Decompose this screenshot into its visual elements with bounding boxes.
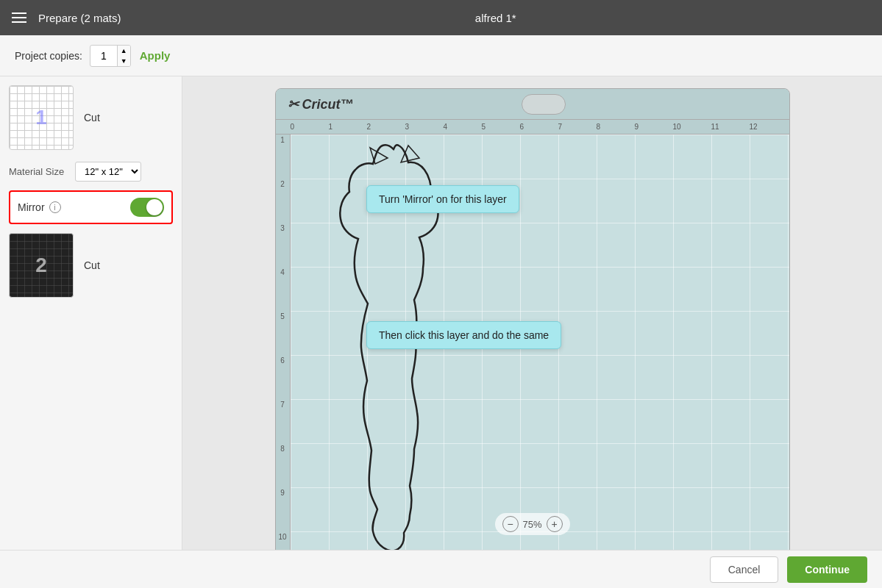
mat-card-1[interactable]: 1 Cut bbox=[9, 85, 173, 150]
ruler-left-8: 8 bbox=[280, 443, 285, 487]
mat-grip bbox=[522, 94, 566, 115]
tooltip-text-1: Turn 'Mirror' on for this layer bbox=[379, 193, 507, 205]
zoom-in-button[interactable]: + bbox=[547, 516, 563, 532]
ruler-num-5: 5 bbox=[482, 123, 520, 131]
material-size-label: Material Size bbox=[9, 166, 68, 177]
mat-header: ✂ Cricut™ bbox=[276, 89, 789, 120]
material-size-select[interactable]: 12" x 12" bbox=[75, 162, 141, 182]
ruler-num-1: 1 bbox=[329, 123, 367, 131]
cutting-mat: ✂ Cricut™ 0 1 2 3 4 5 6 7 8 9 10 bbox=[275, 88, 790, 550]
ruler-num-12: 12 bbox=[750, 123, 788, 131]
mirror-label: Mirror i bbox=[18, 201, 130, 213]
ruler-left-10: 10 bbox=[278, 531, 286, 550]
info-icon[interactable]: i bbox=[49, 201, 61, 213]
ruler-left-5: 5 bbox=[280, 311, 285, 355]
mirror-toggle[interactable] bbox=[130, 198, 164, 217]
ruler-num-2: 2 bbox=[367, 123, 405, 131]
app-header: Prepare (2 mats) alfred 1* bbox=[0, 0, 882, 35]
tooltip-bubble-1: Turn 'Mirror' on for this layer bbox=[366, 185, 519, 213]
mat-number-1: 1 bbox=[35, 106, 47, 129]
ruler-left-2: 2 bbox=[280, 179, 285, 223]
ruler-left-7: 7 bbox=[280, 399, 285, 443]
tooltip-2-container: Then click this layer and do the same bbox=[366, 326, 521, 344]
mat-thumbnail-2: 2 bbox=[9, 233, 74, 298]
continue-button[interactable]: Continue bbox=[787, 556, 867, 583]
mat-card-2[interactable]: 2 Cut bbox=[9, 233, 173, 298]
zoom-bar: − 75% + bbox=[494, 513, 569, 535]
ruler-left: 1 2 3 4 5 6 7 8 9 10 bbox=[276, 135, 291, 550]
ruler-left-6: 6 bbox=[280, 355, 285, 399]
ruler-left-3: 3 bbox=[280, 223, 285, 267]
zoom-out-button[interactable]: − bbox=[502, 516, 518, 532]
ruler-num-7: 7 bbox=[558, 123, 597, 131]
mat-label-2: Cut bbox=[84, 259, 100, 271]
tooltip-1-container: Turn 'Mirror' on for this layer bbox=[366, 190, 521, 208]
menu-icon[interactable] bbox=[12, 12, 26, 23]
footer: Cancel Continue bbox=[0, 550, 882, 588]
zoom-label: 75% bbox=[522, 519, 541, 530]
ruler-numbers-top: 0 1 2 3 4 5 6 7 8 9 10 11 12 bbox=[291, 123, 788, 131]
cricut-logo: ✂ Cricut™ bbox=[288, 96, 354, 112]
copies-down-arrow[interactable]: ▼ bbox=[118, 56, 130, 66]
mat-thumbnail-1: 1 bbox=[9, 85, 74, 150]
mat-label-1: Cut bbox=[84, 112, 100, 123]
ruler-left-1: 1 bbox=[280, 135, 285, 179]
project-copies-label: Project copies: bbox=[15, 50, 82, 62]
ruler-num-0: 0 bbox=[291, 123, 329, 131]
sidebar: 1 Cut Material Size 12" x 12" Mirror i bbox=[0, 76, 182, 550]
ruler-num-9: 9 bbox=[635, 123, 673, 131]
main-layout: 1 Cut Material Size 12" x 12" Mirror i bbox=[0, 76, 882, 550]
ruler-num-4: 4 bbox=[444, 123, 482, 131]
apply-button[interactable]: Apply bbox=[140, 49, 171, 62]
prepare-title: Prepare (2 mats) bbox=[38, 12, 121, 24]
material-size-row: Material Size 12" x 12" bbox=[9, 162, 173, 182]
copies-arrows: ▲ ▼ bbox=[117, 46, 130, 66]
ruler-left-9: 9 bbox=[280, 487, 285, 531]
mirror-text: Mirror bbox=[18, 201, 45, 213]
mirror-row: Mirror i bbox=[9, 190, 173, 224]
ruler-num-3: 3 bbox=[405, 123, 444, 131]
tooltip-text-2: Then click this layer and do the same bbox=[379, 329, 549, 341]
copies-input[interactable] bbox=[90, 50, 117, 62]
tooltip-bubble-2: Then click this layer and do the same bbox=[366, 321, 561, 349]
ruler-num-6: 6 bbox=[520, 123, 558, 131]
ruler-num-11: 11 bbox=[711, 123, 750, 131]
ruler-top: 0 1 2 3 4 5 6 7 8 9 10 11 12 bbox=[276, 120, 789, 135]
ruler-left-4: 4 bbox=[280, 267, 285, 311]
ruler-num-8: 8 bbox=[597, 123, 635, 131]
top-bar: Project copies: ▲ ▼ Apply bbox=[0, 35, 882, 76]
copies-up-arrow[interactable]: ▲ bbox=[118, 46, 130, 56]
copies-input-wrap: ▲ ▼ bbox=[90, 45, 131, 67]
doc-name: alfred 1* bbox=[121, 12, 870, 24]
mat-number-2: 2 bbox=[35, 254, 47, 277]
ruler-num-10: 10 bbox=[673, 123, 711, 131]
toggle-thumb bbox=[146, 199, 163, 215]
canvas-area: ✂ Cricut™ 0 1 2 3 4 5 6 7 8 9 10 bbox=[182, 76, 882, 550]
cancel-button[interactable]: Cancel bbox=[710, 556, 779, 583]
